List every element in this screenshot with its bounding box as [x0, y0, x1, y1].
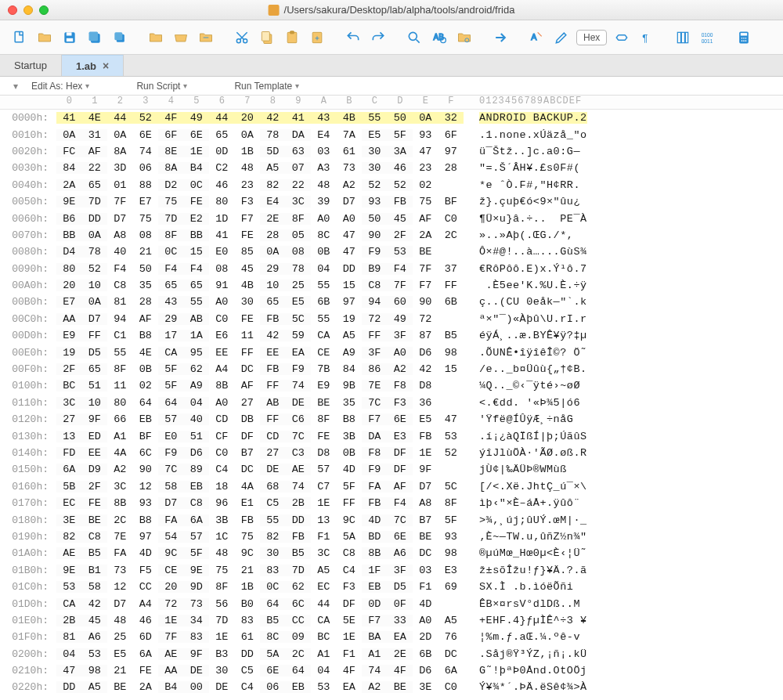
hex-byte[interactable]: 53: [388, 246, 413, 258]
hex-byte[interactable]: E5: [286, 296, 312, 308]
hex-byte[interactable]: D5: [388, 581, 413, 593]
hex-bytes[interactable]: CA42D7A4727356B0646C44DF0D0F4D: [56, 598, 464, 610]
hex-byte[interactable]: AE: [158, 648, 184, 660]
hex-byte[interactable]: 52: [133, 112, 159, 124]
hex-byte[interactable]: 2F: [56, 363, 82, 375]
hex-byte[interactable]: 8C: [311, 229, 337, 241]
hex-row[interactable]: 0120h:279F66EB5740CDDBFFC68FB8F76EE547'Ÿ…: [0, 411, 783, 428]
hex-row[interactable]: 00D0h:E9FFC1B8171AE6114259CAA5FF3F87B5éÿ…: [0, 327, 783, 344]
hex-byte[interactable]: FF: [438, 280, 464, 291]
hex-byte[interactable]: 90: [133, 464, 159, 475]
hex-byte[interactable]: D7: [337, 196, 363, 207]
hex-byte[interactable]: 63: [286, 146, 312, 157]
hex-byte[interactable]: E5: [107, 648, 133, 660]
ascii-text[interactable]: ÊB×¤rsV°dlDß..M: [479, 598, 580, 610]
hex-byte[interactable]: 27: [235, 397, 261, 409]
hex-byte[interactable]: 13: [311, 514, 337, 526]
hex-byte[interactable]: 5C: [438, 481, 464, 493]
hex-byte[interactable]: 3E: [413, 681, 438, 693]
hex-byte[interactable]: 64: [158, 397, 184, 409]
tab-startup[interactable]: Startup: [0, 55, 62, 76]
hex-byte[interactable]: 4A: [235, 481, 261, 493]
hex-byte[interactable]: 0B: [311, 246, 337, 258]
hex-byte[interactable]: 42: [260, 330, 286, 341]
hex-byte[interactable]: 7C: [158, 464, 184, 475]
hex-byte[interactable]: 8F: [438, 497, 464, 509]
hex-byte[interactable]: EB: [362, 581, 388, 593]
hex-byte[interactable]: 48: [209, 547, 235, 559]
hex-byte[interactable]: 8F: [209, 581, 235, 593]
hex-byte[interactable]: 05: [286, 229, 312, 241]
hex-byte[interactable]: FA: [107, 547, 133, 559]
hex-byte[interactable]: 8F: [158, 229, 184, 241]
hex-byte[interactable]: 44: [107, 112, 133, 124]
hex-byte[interactable]: 9E: [184, 565, 210, 576]
hex-bytes[interactable]: 9EB173F5CE9E7521837DA5C41F3F03E3: [56, 565, 464, 576]
hex-byte[interactable]: [438, 313, 464, 325]
ascii-text[interactable]: jÙ¢|‰ÄÜÞ®WMùß: [479, 464, 567, 475]
hex-byte[interactable]: DE: [260, 464, 286, 475]
hex-byte[interactable]: 97: [133, 531, 159, 543]
hex-byte[interactable]: EE: [260, 347, 286, 359]
hex-bytes[interactable]: 0453E56AAE9FB3DD5A2CA1F1A12E6BDC: [56, 648, 464, 660]
hex-byte[interactable]: C2: [209, 162, 235, 174]
hex-byte[interactable]: 53: [82, 648, 108, 660]
hex-bytes[interactable]: 19D5554ECA95EEFFEEEACEA93FA0D698: [56, 347, 464, 359]
ascii-text[interactable]: G˜!þªÞ0Ånd.OtOÖj: [479, 665, 587, 677]
hex-byte[interactable]: 4F: [158, 112, 184, 124]
hex-bytes[interactable]: 414E44524F4944204241434B55500A32: [56, 112, 464, 124]
hex-bytes[interactable]: ECFE8B93D7C896E1C52B1EFFFBF4A88F: [56, 497, 464, 509]
save-copy-button[interactable]: [108, 26, 132, 49]
hex-byte[interactable]: A0: [388, 347, 413, 359]
hex-byte[interactable]: DA: [362, 431, 388, 442]
hex-byte[interactable]: 93: [133, 497, 159, 509]
hex-byte[interactable]: 8A: [158, 162, 184, 174]
hex-byte[interactable]: 9F: [413, 464, 438, 475]
hex-byte[interactable]: 6E: [388, 413, 413, 425]
redo-button[interactable]: [366, 26, 390, 49]
hex-byte[interactable]: 4D: [362, 514, 388, 526]
hex-byte[interactable]: AF: [413, 213, 438, 225]
hex-byte[interactable]: A5: [260, 162, 286, 174]
hex-byte[interactable]: D7: [158, 497, 184, 509]
hex-byte[interactable]: 7D: [82, 196, 108, 207]
hex-byte[interactable]: [438, 598, 464, 610]
hex-byte[interactable]: 11: [235, 330, 261, 341]
hex-byte[interactable]: 82: [260, 531, 286, 543]
goto-button[interactable]: [489, 26, 512, 49]
hex-byte[interactable]: 9E: [56, 565, 82, 576]
hex-byte[interactable]: 00: [184, 681, 210, 693]
hex-byte[interactable]: 4D: [413, 598, 438, 610]
hex-byte[interactable]: 65: [158, 280, 184, 291]
hex-byte[interactable]: F1: [413, 581, 438, 593]
hex-byte[interactable]: 7E: [362, 380, 388, 391]
hex-byte[interactable]: A5: [311, 565, 337, 576]
hex-byte[interactable]: 8E: [158, 146, 184, 157]
hex-byte[interactable]: E0: [158, 431, 184, 442]
hex-byte[interactable]: FE: [235, 313, 261, 325]
hex-byte[interactable]: 1B: [235, 581, 261, 593]
hex-byte[interactable]: 9D: [184, 581, 210, 593]
hex-bytes[interactable]: D47840210C15E0850A080B47F953BE: [56, 246, 464, 258]
hex-byte[interactable]: C0: [438, 681, 464, 693]
folder-open-button[interactable]: [169, 26, 193, 49]
hex-byte[interactable]: FF: [82, 330, 108, 341]
hex-byte[interactable]: A1: [362, 648, 388, 660]
hex-byte[interactable]: 47: [337, 229, 363, 241]
hex-byte[interactable]: 81: [107, 296, 133, 308]
hex-row[interactable]: 0080h:D47840210C15E0850A080B47F953BEÔ×#@…: [0, 244, 783, 260]
hex-byte[interactable]: 6F: [158, 129, 184, 141]
run-template-dropdown[interactable]: Run Template▾: [234, 81, 299, 92]
hex-byte[interactable]: A2: [388, 363, 413, 375]
hex-byte[interactable]: 74: [133, 146, 159, 157]
hex-byte[interactable]: F7: [362, 413, 388, 425]
hex-byte[interactable]: 65: [82, 363, 108, 375]
hex-byte[interactable]: 72: [158, 598, 184, 610]
hex-bytes[interactable]: 81A6256D7F831E618C09BC1EBAEA2D76: [56, 631, 464, 643]
hex-byte[interactable]: CA: [311, 330, 337, 341]
hex-bytes[interactable]: AAD794AF29ABC0FEFB5C5519724972: [56, 313, 464, 325]
hex-byte[interactable]: 03: [311, 146, 337, 157]
hex-byte[interactable]: 50: [133, 263, 159, 275]
hex-byte[interactable]: C4: [209, 464, 235, 475]
hex-byte[interactable]: BA: [362, 631, 388, 643]
